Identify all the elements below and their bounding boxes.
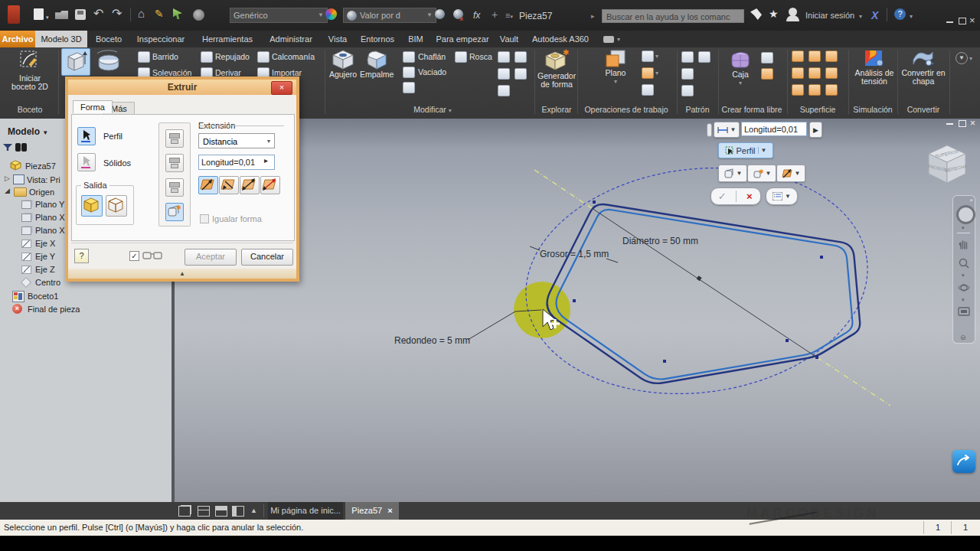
- rosca-label[interactable]: Rosca: [469, 52, 492, 61]
- minibar-next-button[interactable]: ▶: [809, 122, 822, 138]
- ribbon-collapse-button[interactable]: ▼: [956, 52, 968, 64]
- signin-caret-icon[interactable]: ▾: [859, 13, 862, 20]
- doc-minimize-button[interactable]: [946, 123, 953, 125]
- minibar-solid-button[interactable]: ▼: [718, 165, 747, 182]
- tab-vista[interactable]: Vista: [323, 31, 352, 47]
- superficie-icon-6[interactable]: [825, 67, 838, 79]
- perfil-select-button[interactable]: [77, 127, 96, 145]
- tree-expander-origen[interactable]: ◢: [5, 187, 10, 198]
- overlay-share-icon[interactable]: [952, 450, 975, 473]
- orbit-caret[interactable]: ▾: [962, 297, 965, 303]
- close-button[interactable]: ×: [969, 16, 975, 24]
- dim-grosor[interactable]: Grosor = 1,5 mm: [540, 249, 609, 259]
- minibar-dimension-button[interactable]: ▼: [714, 122, 740, 138]
- superficie-icon-4[interactable]: [792, 67, 804, 79]
- calcomania-icon[interactable]: [257, 51, 270, 63]
- redo-icon[interactable]: ↷: [112, 8, 122, 20]
- globe-icon[interactable]: [193, 9, 204, 21]
- tree-item-vista[interactable]: Vista: Pri: [27, 175, 60, 187]
- tree-item-plano-xz[interactable]: Plano X: [35, 213, 65, 224]
- tab-boceto[interactable]: Boceto: [92, 31, 126, 47]
- patron-boceto-icon[interactable]: [681, 85, 694, 96]
- minibar-direction-button[interactable]: ▼: [776, 165, 805, 182]
- appearance-dropdown[interactable]: Valor por d ▼: [343, 8, 436, 23]
- tree-item-plano-xy[interactable]: Plano X: [35, 226, 65, 237]
- doc-restore-button[interactable]: [959, 120, 966, 127]
- tab-archivo[interactable]: Archivo: [0, 31, 35, 47]
- combinar-icon[interactable]: [514, 51, 527, 63]
- restore-button[interactable]: [959, 18, 966, 24]
- tree-expander-vista[interactable]: ▷: [5, 174, 10, 186]
- chaflan-label[interactable]: Chaflán: [418, 52, 446, 61]
- rosca-icon[interactable]: [455, 51, 467, 63]
- filter-icon[interactable]: [3, 144, 12, 151]
- zoom-caret[interactable]: ▾: [962, 272, 965, 279]
- zoom-icon[interactable]: [958, 257, 970, 269]
- direction-default-button[interactable]: [198, 176, 218, 194]
- direction-flipped-button[interactable]: [219, 176, 239, 194]
- group-label-forma-libre[interactable]: Crear forma libre: [718, 105, 786, 114]
- aceptar-button[interactable]: Aceptar: [185, 249, 237, 266]
- tree-item-eje-z[interactable]: Eje Z: [35, 265, 55, 276]
- superficie-icon-7[interactable]: [792, 84, 804, 96]
- minibar-length-input[interactable]: [741, 122, 807, 136]
- analisis-tension-button[interactable]: Análisis de tensión: [853, 49, 896, 86]
- mover-cuerpo-icon[interactable]: [498, 68, 510, 80]
- punto-caret[interactable]: ▾: [655, 70, 658, 77]
- tree-item-boceto1[interactable]: Boceto1: [28, 292, 58, 303]
- cancel-x-button[interactable]: ×: [739, 191, 761, 202]
- tile-windows-icon[interactable]: [198, 506, 210, 517]
- group-label-patron[interactable]: Patrón: [677, 105, 718, 114]
- search-expand-icon[interactable]: ▸: [591, 12, 595, 20]
- tab-herramientas[interactable]: Herramientas: [198, 31, 257, 47]
- preview-checkbox[interactable]: ✓: [129, 251, 139, 261]
- superficie-icon-8[interactable]: [808, 84, 821, 96]
- dialog-collapse-strip[interactable]: ▲: [68, 269, 296, 279]
- superficie-icon-2[interactable]: [808, 51, 821, 62]
- group-label-operaciones[interactable]: Operaciones de trabajo: [577, 105, 675, 114]
- minibar-grip[interactable]: [707, 123, 712, 137]
- tree-item-centro[interactable]: Centro: [35, 278, 60, 289]
- dialog-tab-forma[interactable]: Forma: [73, 100, 113, 113]
- calcomania-label[interactable]: Calcomanía: [272, 52, 315, 61]
- steering-wheel-icon[interactable]: [956, 205, 975, 224]
- boolean-join-button[interactable]: [165, 129, 184, 148]
- tab-entornos[interactable]: Entornos: [357, 31, 398, 47]
- home-icon[interactable]: ⌂: [138, 8, 145, 20]
- doc-tab-close-icon[interactable]: ×: [387, 506, 392, 515]
- fx-parameters-icon[interactable]: fx: [473, 10, 480, 21]
- orbit-icon[interactable]: [958, 282, 970, 294]
- eje-icon[interactable]: [642, 51, 654, 62]
- vaciado-icon[interactable]: [403, 67, 415, 78]
- dim-diametro[interactable]: Diámetro = 50 mm: [622, 236, 698, 246]
- convertir-chapa-button[interactable]: Convertir en chapa: [900, 49, 946, 86]
- a360-camera-icon[interactable]: [603, 36, 614, 43]
- group-label-modificar[interactable]: Modificar ▾: [398, 105, 467, 114]
- extrude-button[interactable]: [61, 48, 90, 76]
- minimize-button[interactable]: [946, 21, 953, 23]
- empalme-button[interactable]: Empalme: [360, 49, 394, 79]
- color-wheel-icon[interactable]: [325, 8, 337, 20]
- signin-link[interactable]: Iniciar sesión: [805, 11, 854, 20]
- browser-header[interactable]: Modelo ▼: [8, 126, 48, 137]
- superficie-icon-9[interactable]: [825, 84, 838, 96]
- help-search-input[interactable]: Buscar en la ayuda y los comanc: [602, 9, 744, 23]
- tree-item-final-de-pieza[interactable]: Final de pieza: [28, 305, 80, 316]
- satellite-icon[interactable]: [750, 8, 762, 20]
- caja-button[interactable]: Caja ▾: [724, 49, 756, 87]
- group-label-simulacion[interactable]: Simulación: [848, 105, 897, 114]
- measure-plus-icon[interactable]: +: [492, 8, 498, 21]
- xbox-app-icon[interactable]: X: [871, 9, 878, 21]
- dialog-help-button[interactable]: ?: [74, 249, 89, 263]
- cancelar-button[interactable]: Cancelar: [241, 249, 293, 266]
- tab-modelo-3d[interactable]: Modelo 3D: [35, 31, 87, 47]
- cascade-windows-icon[interactable]: [178, 506, 191, 517]
- plano-button[interactable]: Plano ▾: [599, 49, 632, 86]
- distance-input[interactable]: [198, 155, 275, 170]
- apply-check-button[interactable]: ✓: [711, 191, 733, 202]
- tabbar-up-icon[interactable]: ▲: [250, 507, 257, 514]
- extent-type-select[interactable]: Distancia ▾: [198, 133, 275, 148]
- barrido-icon[interactable]: [138, 51, 150, 63]
- minibar-profile-button[interactable]: Perfil ▼: [718, 142, 773, 158]
- a360-camera-caret[interactable]: ▾: [617, 36, 620, 43]
